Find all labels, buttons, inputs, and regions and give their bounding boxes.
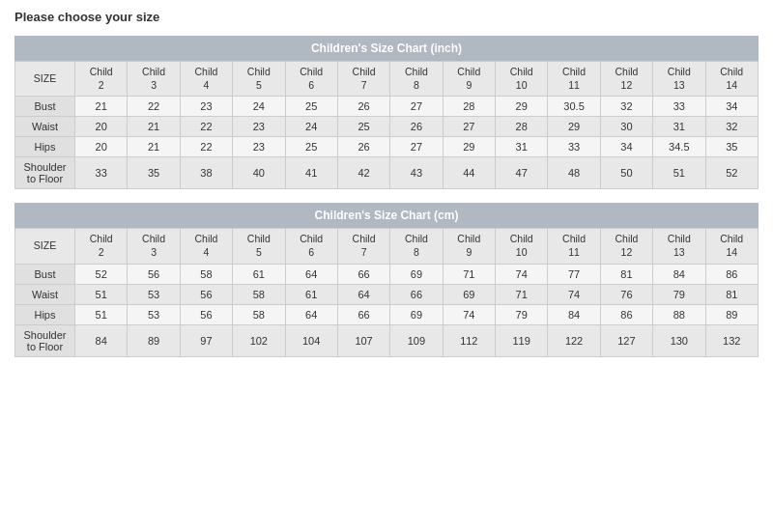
- cell-value: 40: [233, 157, 285, 189]
- column-header: Child11: [548, 62, 600, 97]
- cell-value: 38: [180, 157, 232, 189]
- cell-value: 66: [390, 284, 443, 304]
- cell-value: 53: [128, 304, 180, 324]
- cell-value: 56: [180, 304, 232, 324]
- cell-value: 79: [496, 304, 548, 324]
- table-row: Bust52565861646669717477818486: [15, 264, 759, 284]
- cell-value: 24: [285, 117, 337, 137]
- cell-value: 58: [233, 284, 285, 304]
- column-header: Child9: [443, 62, 495, 97]
- cell-value: 25: [285, 97, 337, 117]
- cell-value: 43: [390, 157, 443, 189]
- cell-value: 64: [337, 284, 389, 304]
- cell-value: 25: [285, 137, 337, 157]
- cell-value: 127: [600, 324, 652, 356]
- inch-chart-caption: Children's Size Chart (inch): [14, 36, 759, 61]
- column-header: Child10: [496, 229, 548, 264]
- inch-size-table: Children's Size Chart (inch) SIZE Child2…: [14, 36, 759, 189]
- cell-value: 35: [705, 137, 759, 157]
- cell-value: 104: [285, 324, 337, 356]
- cell-value: 84: [75, 324, 128, 356]
- table-row: Hips202122232526272931333434.535: [15, 137, 759, 157]
- table-row: Hips51535658646669747984868889: [15, 304, 759, 324]
- column-header: Child2: [75, 62, 128, 97]
- cell-value: 35: [128, 157, 180, 189]
- column-header: Child4: [180, 229, 232, 264]
- cell-value: 26: [337, 97, 389, 117]
- cell-value: 29: [443, 137, 495, 157]
- column-header: Child14: [705, 229, 759, 264]
- cell-value: 28: [443, 97, 495, 117]
- cell-value: 34.5: [653, 137, 705, 157]
- cell-value: 22: [128, 97, 180, 117]
- cell-value: 86: [600, 304, 652, 324]
- column-header: Child2: [75, 229, 128, 264]
- row-label: Hips: [15, 137, 75, 157]
- cell-value: 33: [548, 137, 600, 157]
- cm-size-header: SIZE: [15, 229, 75, 264]
- cell-value: 21: [128, 137, 180, 157]
- cell-value: 64: [285, 264, 337, 284]
- cell-value: 56: [180, 284, 232, 304]
- cell-value: 119: [496, 324, 548, 356]
- cell-value: 86: [705, 264, 759, 284]
- cm-chart-caption: Children's Size Chart (cm): [14, 203, 759, 228]
- cell-value: 21: [75, 97, 128, 117]
- cell-value: 27: [390, 97, 443, 117]
- column-header: Child13: [653, 229, 705, 264]
- column-header: Child7: [337, 62, 389, 97]
- row-label: Waist: [15, 284, 75, 304]
- column-header: Child11: [548, 229, 600, 264]
- cell-value: 20: [75, 137, 128, 157]
- cell-value: 51: [653, 157, 705, 189]
- cell-value: 50: [600, 157, 652, 189]
- table-row: Waist51535658616466697174767981: [15, 284, 759, 304]
- cell-value: 51: [75, 284, 128, 304]
- cell-value: 122: [548, 324, 600, 356]
- cell-value: 41: [285, 157, 337, 189]
- cell-value: 88: [653, 304, 705, 324]
- cell-value: 61: [233, 264, 285, 284]
- cell-value: 77: [548, 264, 600, 284]
- cell-value: 61: [285, 284, 337, 304]
- column-header: Child3: [128, 229, 180, 264]
- cell-value: 23: [180, 97, 232, 117]
- column-header: Child6: [285, 229, 337, 264]
- cell-value: 56: [128, 264, 180, 284]
- column-header: Child4: [180, 62, 232, 97]
- cell-value: 30.5: [548, 97, 600, 117]
- table-row: Bust21222324252627282930.5323334: [15, 97, 759, 117]
- column-header: Child6: [285, 62, 337, 97]
- cell-value: 32: [600, 97, 652, 117]
- cell-value: 66: [337, 264, 389, 284]
- cell-value: 69: [390, 264, 443, 284]
- cell-value: 84: [653, 264, 705, 284]
- cell-value: 51: [75, 304, 128, 324]
- column-header: Child9: [443, 229, 495, 264]
- row-label: Hips: [15, 304, 75, 324]
- cell-value: 79: [653, 284, 705, 304]
- cell-value: 34: [705, 97, 759, 117]
- cell-value: 74: [443, 304, 495, 324]
- cell-value: 22: [180, 137, 232, 157]
- cell-value: 47: [496, 157, 548, 189]
- cm-size-table: Children's Size Chart (cm) SIZE Child2Ch…: [14, 203, 759, 356]
- column-header: Child12: [600, 229, 652, 264]
- cell-value: 81: [705, 284, 759, 304]
- table-row: Waist20212223242526272829303132: [15, 117, 759, 137]
- cell-value: 34: [600, 137, 652, 157]
- cell-value: 27: [390, 137, 443, 157]
- cm-chart-container: Children's Size Chart (cm) SIZE Child2Ch…: [14, 203, 759, 356]
- cell-value: 32: [705, 117, 759, 137]
- column-header: Child5: [233, 62, 285, 97]
- cell-value: 81: [600, 264, 652, 284]
- cell-value: 130: [653, 324, 705, 356]
- cell-value: 64: [285, 304, 337, 324]
- column-header: Child12: [600, 62, 652, 97]
- cell-value: 97: [180, 324, 232, 356]
- cell-value: 107: [337, 324, 389, 356]
- table-row: Shoulder to Floor33353840414243444748505…: [15, 157, 759, 189]
- column-header: Child3: [128, 62, 180, 97]
- table-row: Shoulder to Floor84899710210410710911211…: [15, 324, 759, 356]
- cell-value: 53: [128, 284, 180, 304]
